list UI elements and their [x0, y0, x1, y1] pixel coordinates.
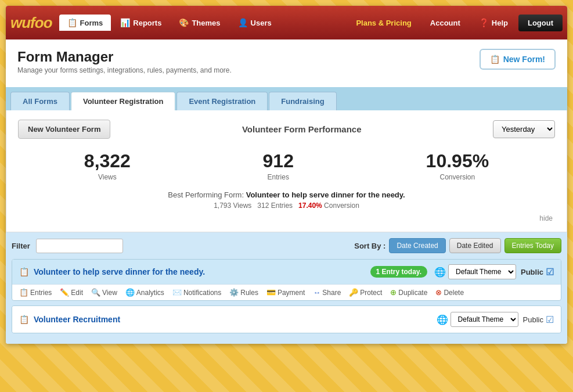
best-conversion-suffix: Conversion [322, 202, 359, 210]
list-section: Filter Sort By : Date Created Date Edite… [6, 232, 567, 344]
logout-button[interactable]: Logout [518, 15, 563, 31]
stat-conversion: 10.95% Conversion [426, 150, 489, 181]
nav-tab-forms[interactable]: 📋 Forms [59, 15, 111, 31]
form-2-public-area: Public ☑ [523, 314, 554, 325]
nav-tab-account[interactable]: Account [422, 15, 469, 31]
performance-header: New Volunteer Form Volunteer Form Perfor… [18, 120, 555, 139]
action-view-label: View [102, 289, 117, 297]
tab-event-registration[interactable]: Event Registration [176, 92, 268, 110]
reports-icon: 📊 [120, 18, 130, 27]
form-2-icon: 📋 [19, 315, 29, 324]
performance-section: New Volunteer Form Volunteer Form Perfor… [6, 110, 567, 232]
action-payment[interactable]: 💳 Payment [266, 288, 305, 297]
users-icon: 👤 [238, 18, 248, 27]
action-delete[interactable]: ⊗ Delete [435, 288, 464, 297]
action-edit[interactable]: ✏️ Edit [60, 288, 83, 297]
form-2-theme-select[interactable]: Default Theme [451, 312, 518, 327]
sort-label: Sort By : [354, 242, 385, 250]
action-edit-label: Edit [71, 289, 83, 297]
new-form-icon: 📋 [490, 55, 500, 64]
new-volunteer-form-button[interactable]: New Volunteer Form [18, 120, 110, 139]
action-view[interactable]: 🔍 View [91, 288, 117, 297]
stat-conversion-value: 10.95% [426, 150, 489, 172]
logo-text: wufoo [10, 14, 52, 31]
action-share[interactable]: ↔️ Share [313, 288, 341, 297]
best-conversion-pct: 17.40% [298, 202, 322, 210]
date-select[interactable]: Yesterday Today This Week This Month [493, 120, 555, 138]
stat-entries: 912 Entries [263, 150, 294, 181]
protect-icon: 🔑 [349, 288, 358, 297]
action-analytics[interactable]: 🌐 Analytics [125, 288, 164, 297]
hide-link[interactable]: hide [18, 214, 555, 222]
new-form-button[interactable]: 📋 New Form! [480, 49, 556, 70]
payment-icon: 💳 [266, 288, 276, 297]
form-item-2-header: 📋 Volunteer Recruitment 🌐 Default Theme … [12, 306, 561, 333]
action-rules[interactable]: ⚙️ Rules [229, 288, 258, 297]
best-form-prefix: Best Performing Form: [168, 190, 246, 199]
nav-tab-themes-label: Themes [192, 19, 220, 27]
action-protect-label: Protect [360, 289, 382, 297]
sort-date-created-button[interactable]: Date Created [389, 238, 445, 253]
form-item-1-header: 📋 Volunteer to help serve dinner for the… [12, 260, 561, 285]
filter-input[interactable] [36, 239, 123, 253]
best-views: 1,793 Views [214, 202, 251, 210]
theme-globe-icon-2: 🌐 [437, 314, 448, 325]
nav-tab-themes[interactable]: 🎨 Themes [171, 15, 228, 31]
tab-all-forms-label: All Forms [23, 97, 57, 106]
nav-tab-forms-label: Forms [80, 19, 103, 27]
action-notifications[interactable]: ✉️ Notifications [172, 288, 221, 297]
action-rules-label: Rules [240, 289, 258, 297]
nav-tab-reports[interactable]: 📊 Reports [112, 15, 170, 31]
tab-volunteer-label: Volunteer Registration [83, 97, 163, 106]
sort-date-edited-button[interactable]: Date Edited [449, 238, 501, 253]
sort-entries-today-button[interactable]: Entries Today [504, 238, 562, 253]
best-form: Best Performing Form: Volunteer to help … [18, 190, 555, 199]
public-label-1: Public [521, 268, 543, 276]
public-checkbox-2[interactable]: ☑ [546, 314, 554, 325]
best-form-name: Volunteer to help serve dinner for the n… [246, 190, 405, 199]
page-header: Form Manager Manage your forms settings,… [17, 49, 556, 74]
stat-conversion-label: Conversion [426, 173, 489, 181]
form-1-public-area: Public ☑ [521, 267, 554, 278]
form-2-name[interactable]: Volunteer Recruitment [34, 315, 437, 324]
forms-icon: 📋 [67, 18, 77, 27]
nav-tab-plans-label: Plans & Pricing [356, 19, 411, 27]
action-payment-label: Payment [278, 289, 305, 297]
tab-fundraising[interactable]: Fundraising [269, 92, 336, 110]
performance-title: Volunteer Form Performance [110, 124, 493, 134]
action-duplicate[interactable]: ⊕ Duplicate [390, 288, 427, 297]
action-share-label: Share [322, 289, 341, 297]
nav-tab-help-label: Help [492, 19, 508, 27]
page-title: Form Manager [17, 49, 232, 65]
tab-all-forms[interactable]: All Forms [10, 92, 70, 110]
form-1-name[interactable]: Volunteer to help serve dinner for the n… [34, 267, 370, 276]
nav-tab-help[interactable]: ❓ Help [471, 15, 516, 31]
main-container: wufoo 📋 Forms 📊 Reports 🎨 Themes 👤 Users [6, 6, 567, 344]
nav-tab-plans[interactable]: Plans & Pricing [348, 15, 419, 31]
form-1-theme-select[interactable]: Default Theme [448, 264, 516, 279]
action-protect[interactable]: 🔑 Protect [349, 288, 382, 297]
delete-icon: ⊗ [435, 288, 442, 297]
nav-tab-users-label: Users [251, 19, 272, 27]
nav-tab-reports-label: Reports [133, 19, 161, 27]
public-checkbox-1[interactable]: ☑ [546, 267, 554, 278]
logo: wufoo [10, 14, 52, 32]
new-form-label: New Form! [503, 55, 545, 64]
action-duplicate-label: Duplicate [398, 289, 427, 297]
action-entries[interactable]: 📋 Entries [19, 288, 52, 297]
form-item-2: 📋 Volunteer Recruitment 🌐 Default Theme … [12, 305, 561, 333]
edit-icon: ✏️ [60, 288, 69, 297]
tab-volunteer-registration[interactable]: Volunteer Registration [71, 92, 175, 110]
nav-tab-users[interactable]: 👤 Users [230, 15, 280, 31]
stat-views-label: Views [84, 173, 131, 181]
action-analytics-label: Analytics [136, 289, 164, 297]
stat-views: 8,322 Views [84, 150, 131, 181]
analytics-icon: 🌐 [125, 288, 135, 297]
best-stats: 1,793 Views 312 Entries 17.40% Conversio… [18, 202, 555, 210]
page-title-area: Form Manager Manage your forms settings,… [17, 49, 232, 74]
view-icon: 🔍 [91, 288, 100, 297]
form-1-badge: 1 Entry today. [370, 266, 427, 278]
entries-icon: 📋 [19, 288, 28, 297]
header: wufoo 📋 Forms 📊 Reports 🎨 Themes 👤 Users [6, 6, 567, 39]
tabs-bar: All Forms Volunteer Registration Event R… [6, 87, 567, 110]
